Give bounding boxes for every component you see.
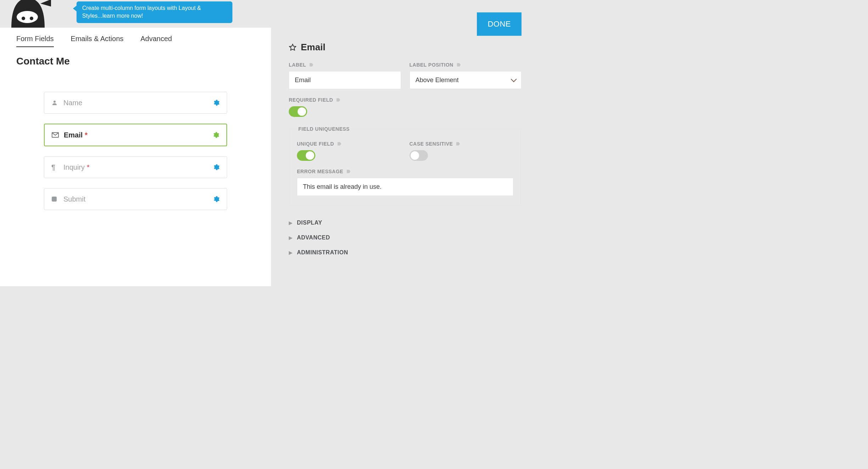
field-row-inquiry[interactable]: ¶ Inquiry*: [44, 156, 227, 178]
merge-tag-icon[interactable]: [346, 169, 351, 174]
chevron-right-icon: ▶: [289, 235, 293, 241]
case-sensitive-heading: CASE SENSITIVE: [410, 141, 514, 147]
unique-heading: UNIQUE FIELD: [297, 141, 401, 147]
tab-emails-actions[interactable]: Emails & Actions: [71, 35, 124, 47]
builder-tabs: Form Fields Emails & Actions Advanced: [16, 35, 255, 47]
chevron-right-icon: ▶: [289, 250, 293, 255]
field-label: Inquiry*: [63, 163, 213, 171]
label-input[interactable]: [289, 71, 401, 89]
accordion-title: DISPLAY: [297, 220, 322, 226]
chevron-right-icon: ▶: [289, 220, 293, 226]
form-title: Contact Me: [16, 56, 255, 67]
svg-point-1: [22, 17, 25, 20]
uniqueness-legend: FIELD UNIQUENESS: [297, 126, 351, 132]
error-message-heading: ERROR MESSAGE: [297, 169, 513, 174]
accordion-title: ADVANCED: [297, 234, 330, 241]
gear-icon[interactable]: [213, 196, 220, 203]
tab-advanced[interactable]: Advanced: [141, 35, 172, 47]
required-heading: REQUIRED FIELD: [289, 97, 522, 103]
star-icon[interactable]: [289, 44, 297, 51]
svg-point-2: [30, 17, 33, 20]
user-icon: [51, 100, 63, 106]
envelope-icon: [52, 132, 64, 138]
merge-tag-icon[interactable]: [456, 141, 461, 146]
svg-point-3: [53, 101, 56, 103]
unique-field-toggle[interactable]: [297, 150, 315, 161]
field-settings-pane: Email LABEL LABEL POSITION Above Element: [289, 42, 522, 286]
ninja-logo: [5, 0, 51, 30]
merge-tag-icon[interactable]: [309, 62, 314, 67]
field-label: Email*: [64, 131, 212, 139]
gear-icon[interactable]: [213, 164, 220, 171]
label-position-heading: LABEL POSITION: [410, 62, 522, 68]
required-toggle[interactable]: [289, 106, 307, 117]
field-row-email[interactable]: Email*: [44, 124, 227, 146]
field-label: Name: [63, 99, 213, 107]
settings-title: Email: [301, 42, 325, 53]
merge-tag-icon[interactable]: [337, 141, 342, 146]
field-list: Name Email* ¶ Inquiry*: [16, 92, 255, 210]
merge-tag-icon[interactable]: [336, 97, 341, 102]
case-sensitive-toggle[interactable]: [410, 150, 428, 161]
settings-header: Email: [289, 42, 522, 53]
error-message-input[interactable]: [297, 178, 513, 196]
accordion-display[interactable]: ▶ DISPLAY: [289, 215, 522, 230]
required-indicator: *: [85, 131, 88, 139]
accordion-administration[interactable]: ▶ ADMINISTRATION: [289, 245, 522, 260]
gear-icon[interactable]: [212, 131, 219, 139]
accordion-title: ADMINISTRATION: [297, 249, 348, 256]
merge-tag-icon[interactable]: [456, 62, 461, 67]
field-row-name[interactable]: Name: [44, 92, 227, 114]
paragraph-icon: ¶: [51, 163, 63, 171]
square-icon: [51, 196, 63, 202]
svg-rect-5: [52, 197, 57, 202]
done-button[interactable]: DONE: [477, 12, 522, 36]
label-position-select[interactable]: Above Element: [410, 71, 522, 89]
gear-icon[interactable]: [213, 99, 220, 106]
accordion-advanced[interactable]: ▶ ADVANCED: [289, 230, 522, 245]
builder-pane: Form Fields Emails & Actions Advanced Co…: [0, 28, 271, 286]
label-heading: LABEL: [289, 62, 401, 68]
required-indicator: *: [87, 163, 90, 171]
field-row-submit[interactable]: Submit: [44, 188, 227, 210]
promo-tooltip[interactable]: Create multi-column form layouts with La…: [77, 1, 232, 23]
svg-point-0: [17, 11, 38, 23]
field-label: Submit: [63, 195, 213, 203]
field-uniqueness-group: FIELD UNIQUENESS UNIQUE FIELD CASE SENSI…: [289, 126, 521, 205]
tab-form-fields[interactable]: Form Fields: [16, 35, 54, 47]
